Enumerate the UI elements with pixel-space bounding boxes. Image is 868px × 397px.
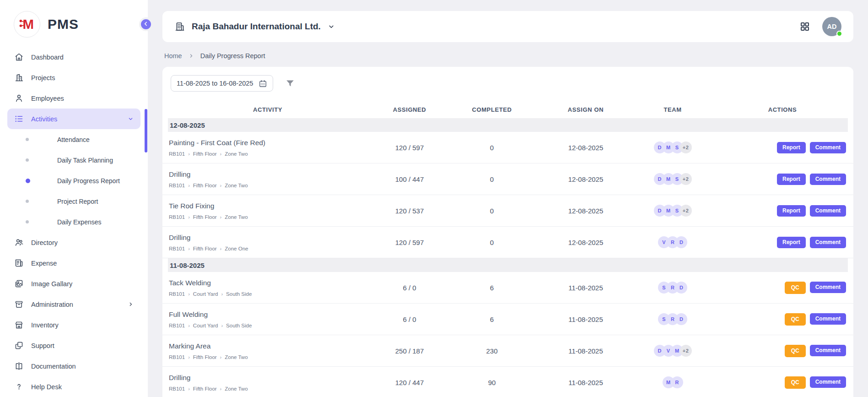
sidebar-item-employees[interactable]: Employees (7, 88, 140, 109)
team-more-badge: +2 (680, 205, 692, 217)
assign-on-cell: 12-08-2025 (538, 239, 634, 246)
path-chevron-icon: › (221, 323, 223, 328)
activity-location-path: RB101›Fifth Floor›Zone Two (169, 151, 373, 157)
date-range-input[interactable]: 11-08-2025 to 16-08-2025 (171, 75, 273, 92)
team-cell: MR (634, 376, 712, 388)
assign-on-cell: 11-08-2025 (538, 284, 634, 292)
sidebar-scrollbar[interactable] (145, 109, 147, 152)
group-date: 11-08-2025 (170, 261, 205, 269)
team-cell: SRD (634, 282, 712, 294)
sidebar-subitem-daily-expenses[interactable]: Daily Expenses (7, 212, 140, 232)
activity-location-path: RB101›Fifth Floor›Zone Two (169, 214, 373, 220)
qc-button[interactable]: QC (785, 313, 806, 326)
report-button[interactable]: Report (777, 174, 806, 185)
activity-cell: DrillingRB101›Fifth Floor›Zone One (162, 234, 373, 251)
activity-cell: DrillingRB101›Fifth Floor›Zone Two (162, 374, 373, 392)
filter-funnel-icon[interactable] (285, 78, 295, 88)
apps-grid-icon[interactable] (799, 21, 810, 32)
path-segment: Zone Two (225, 386, 248, 392)
team-cell: DMS+2 (634, 205, 712, 217)
bullet-dot-icon (26, 158, 29, 162)
assigned-cell: 250 / 187 (373, 347, 446, 355)
breadcrumb-home-link[interactable]: Home (164, 52, 182, 60)
report-card: 11-08-2025 to 16-08-2025 ACTIVITY ASSIGN… (162, 67, 853, 397)
sidebar-subitem-daily-progress-report[interactable]: Daily Progress Report (7, 170, 140, 191)
completed-cell: 0 (446, 144, 538, 152)
col-team: TEAM (634, 106, 712, 113)
comment-button[interactable]: Comment (810, 376, 846, 388)
sidebar-item-dashboard[interactable]: Dashboard (7, 47, 140, 67)
activity-title: Marking Area (169, 342, 373, 350)
comment-button[interactable]: Comment (810, 142, 846, 153)
sidebar-item-image-gallary[interactable]: Image Gallary (7, 273, 140, 294)
comment-button[interactable]: Comment (810, 205, 846, 217)
bullet-dot-icon (26, 179, 30, 183)
completed-cell: 0 (446, 175, 538, 183)
person-icon (14, 93, 24, 103)
sidebar-item-directory[interactable]: Directory (7, 232, 140, 253)
team-member-avatar: D (675, 313, 687, 325)
comment-button[interactable]: Comment (810, 313, 846, 325)
sidebar-item-expense[interactable]: Expense (7, 253, 140, 273)
activity-cell: Marking AreaRB101›Fifth Floor›Zone Two (162, 342, 373, 360)
path-segment: RB101 (169, 183, 185, 188)
comment-button[interactable]: Comment (810, 237, 846, 248)
user-avatar[interactable]: AD (822, 17, 841, 36)
path-segment: Fifth Floor (193, 214, 217, 220)
sidebar-collapse-button[interactable] (139, 17, 153, 31)
assigned-cell: 120 / 537 (373, 207, 446, 215)
path-segment: RB101 (169, 291, 185, 297)
sidebar-item-documentation[interactable]: Documentation (7, 356, 140, 376)
activity-title: Full Welding (169, 310, 373, 319)
sidebar-item-activities[interactable]: Activities (7, 109, 140, 129)
path-chevron-icon: › (188, 354, 190, 360)
report-button[interactable]: Report (777, 142, 806, 153)
table-row: DrillingRB101›Fifth Floor›Zone Two100 / … (162, 163, 853, 195)
qc-button[interactable]: QC (785, 376, 806, 389)
company-selector[interactable]: Raja Bahadur International Ltd. (174, 21, 335, 32)
team-more-badge: +2 (680, 345, 692, 357)
completed-cell: 0 (446, 207, 538, 215)
assign-on-cell: 11-08-2025 (538, 315, 634, 323)
sidebar-subitem-daily-task-planning[interactable]: Daily Task Planning (7, 150, 140, 170)
table-row: DrillingRB101›Fifth Floor›Zone Two120 / … (162, 367, 853, 397)
report-button[interactable]: Report (777, 205, 806, 217)
actions-cell: QCComment (712, 376, 853, 389)
path-segment: RB101 (169, 354, 185, 360)
user-initials: AD (827, 23, 837, 30)
sidebar-item-projects[interactable]: Projects (7, 67, 140, 88)
path-segment: Fifth Floor (193, 354, 217, 360)
sidebar-item-support[interactable]: Support (7, 335, 140, 356)
sidebar-item-label: Administration (31, 301, 73, 308)
receipt-icon (14, 258, 24, 268)
sidebar-item-label: Help Desk (31, 383, 62, 391)
activity-location-path: RB101›Court Yard›South Side (169, 323, 373, 328)
book-icon (14, 361, 24, 371)
path-segment: South Side (226, 291, 252, 297)
sidebar-item-help-desk[interactable]: Help Desk (7, 376, 140, 397)
comment-button[interactable]: Comment (810, 282, 846, 293)
sidebar-item-inventory[interactable]: Inventory (7, 315, 140, 335)
activity-title: Drilling (169, 170, 373, 179)
sidebar-subitem-attendance[interactable]: Attendance (7, 129, 140, 150)
bullet-dot-icon (26, 138, 29, 141)
archive-icon (14, 299, 24, 310)
qc-button[interactable]: QC (785, 282, 806, 294)
path-chevron-icon: › (220, 246, 222, 251)
app-title: PMS (48, 16, 79, 32)
comment-button[interactable]: Comment (810, 345, 846, 356)
comment-button[interactable]: Comment (810, 174, 846, 185)
sidebar-item-label: Attendance (57, 136, 90, 143)
chevron-left-icon (143, 21, 149, 28)
team-member-avatar: D (675, 236, 687, 248)
activity-location-path: RB101›Fifth Floor›Zone Two (169, 386, 373, 392)
sidebar-item-administration[interactable]: Administration (7, 294, 140, 315)
col-assign-on: ASSIGN ON (538, 106, 634, 113)
sidebar-subitem-project-report[interactable]: Project Report (7, 191, 140, 212)
question-icon (14, 382, 24, 392)
assigned-cell: 120 / 597 (373, 239, 446, 246)
completed-cell: 6 (446, 284, 538, 292)
qc-button[interactable]: QC (785, 345, 806, 357)
sidebar-item-label: Daily Task Planning (57, 157, 113, 164)
report-button[interactable]: Report (777, 237, 806, 248)
